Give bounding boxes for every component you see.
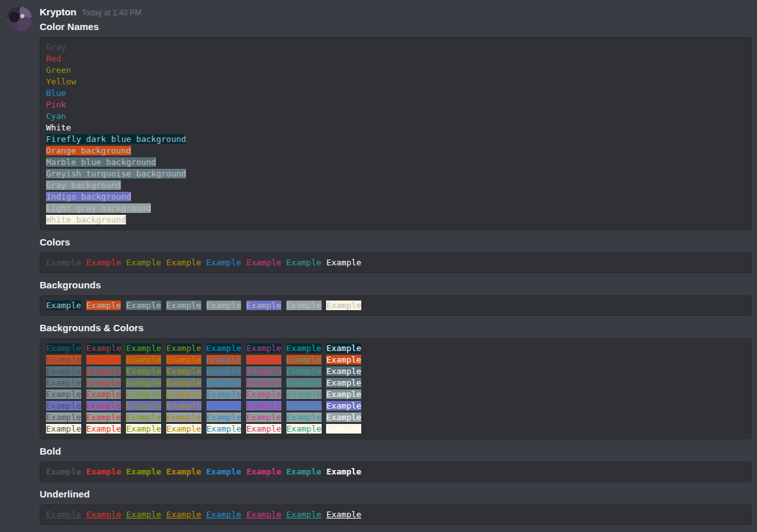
ansi-bg-fg-example: Example <box>166 378 201 387</box>
ansi-bg-fg-example: Example <box>326 378 361 387</box>
ansi-bg-example: Example <box>326 301 361 310</box>
ansi-bg-name: Marble blue background <box>46 157 156 167</box>
heading-colors: Colors <box>40 237 752 248</box>
ansi-bg-fg-example: Example <box>207 366 242 376</box>
ansi-fg-name: Blue <box>46 88 66 98</box>
ansi-bg-name: Light gray background <box>46 203 151 213</box>
ansi-fg-example: Example <box>207 258 242 267</box>
heading-color-names: Color Names <box>40 21 752 33</box>
ansi-bg-fg-example: Example <box>166 401 201 411</box>
ansi-bg-fg-example: Example <box>246 355 281 364</box>
ansi-bg-fg-example: Example <box>46 366 81 376</box>
code-line: Example Example Example Example Example … <box>46 423 745 435</box>
ansi-bg-fg-example: Example <box>166 389 201 399</box>
ansi-bold-example: Example <box>46 467 81 476</box>
ansi-fg-example: Example <box>86 258 121 267</box>
heading-underlined: Underlined <box>40 489 752 500</box>
code-line: Cyan <box>46 111 745 122</box>
ansi-bg-fg-example: Example <box>286 412 322 422</box>
ansi-underline-example: Example <box>126 510 161 519</box>
message-header: KryptonToday at 1:40 PM <box>40 5 752 20</box>
code-line: Example Example Example Example Example … <box>46 400 745 412</box>
code-line: White <box>46 122 745 134</box>
ansi-bg-fg-example: Example <box>326 424 361 434</box>
code-line: Green <box>46 65 745 76</box>
ansi-fg-name: Pink <box>46 100 66 109</box>
code-line: Firefly dark blue background <box>46 134 745 145</box>
ansi-fg-example: Example <box>246 258 281 267</box>
code-line: Greyish turquoise background <box>46 168 745 180</box>
ansi-bg-fg-example: Example <box>326 366 361 376</box>
ansi-bg-example: Example <box>207 301 242 310</box>
codeblock-color-names: GrayRedGreenYellowBluePinkCyanWhiteFiref… <box>40 37 752 230</box>
ansi-bg-name: Firefly dark blue background <box>46 134 186 144</box>
ansi-bg-example: Example <box>86 301 121 310</box>
ansi-fg-name: Gray <box>46 42 66 52</box>
ansi-bg-fg-example: Example <box>207 389 242 399</box>
code-line: Example Example Example Example Example … <box>46 366 745 377</box>
ansi-fg-example: Example <box>286 258 322 267</box>
ansi-bg-fg-example: Example <box>166 412 201 422</box>
ansi-bg-fg-example: Example <box>246 343 281 353</box>
code-line: Example Example Example Example Example … <box>46 343 745 354</box>
ansi-bg-fg-example: Example <box>207 355 242 364</box>
message-author[interactable]: Krypton <box>40 6 77 17</box>
code-line: Example Example Example Example Example … <box>46 466 745 478</box>
ansi-bg-name: Gray background <box>46 180 121 190</box>
ansi-bg-fg-example: Example <box>126 401 161 411</box>
ansi-bg-name: Greyish turquoise background <box>46 169 186 178</box>
ansi-bold-example: Example <box>326 467 361 476</box>
ansi-bg-fg-example: Example <box>326 389 361 399</box>
ansi-bg-fg-example: Example <box>207 378 242 387</box>
ansi-bg-fg-example: Example <box>166 343 201 353</box>
chat-message: KryptonToday at 1:40 PM Color Names Gray… <box>0 0 757 525</box>
ansi-bg-example: Example <box>166 301 201 310</box>
ansi-bg-fg-example: Example <box>166 355 201 364</box>
ansi-bg-fg-example: Example <box>86 343 121 353</box>
ansi-fg-example: Example <box>326 258 361 267</box>
ansi-bg-example: Example <box>246 301 281 310</box>
ansi-fg-name: Green <box>46 65 71 75</box>
ansi-bg-fg-example: Example <box>46 389 81 399</box>
code-line: White background <box>46 214 745 226</box>
ansi-bg-fg-example: Example <box>207 424 242 434</box>
ansi-bg-fg-example: Example <box>286 424 322 434</box>
ansi-bg-fg-example: Example <box>207 343 242 353</box>
ansi-bg-fg-example: Example <box>126 389 161 399</box>
ansi-bg-fg-example: Example <box>166 424 201 434</box>
ansi-bold-example: Example <box>126 467 161 476</box>
ansi-bg-fg-example: Example <box>207 412 242 422</box>
ansi-bg-fg-example: Example <box>86 378 121 387</box>
ansi-bg-name: White background <box>46 215 126 224</box>
ansi-bg-fg-example: Example <box>286 378 322 387</box>
ansi-bg-example: Example <box>286 301 322 310</box>
ansi-bg-fg-example: Example <box>126 412 161 422</box>
ansi-fg-example: Example <box>166 258 201 267</box>
ansi-bg-fg-example: Example <box>246 424 281 434</box>
ansi-bg-fg-example: Example <box>86 424 121 434</box>
ansi-fg-name: Red <box>46 54 61 63</box>
ansi-bg-fg-example: Example <box>246 412 281 422</box>
ansi-bg-fg-example: Example <box>286 389 322 399</box>
code-line: Orange background <box>46 145 745 157</box>
ansi-underline-example: Example <box>166 510 201 519</box>
code-line: Example Example Example Example Example … <box>46 389 745 400</box>
ansi-bold-example: Example <box>86 467 121 476</box>
ansi-bg-fg-example: Example <box>326 355 361 364</box>
code-line: Example Example Example Example Example … <box>46 412 745 423</box>
ansi-fg-name: White <box>46 123 71 132</box>
ansi-bg-fg-example: Example <box>326 412 361 422</box>
code-line: Light gray background <box>46 203 745 214</box>
code-line: Pink <box>46 99 745 111</box>
codeblock-backgrounds-and-colors: Example Example Example Example Example … <box>40 338 752 439</box>
code-line: Example Example Example Example Example … <box>46 300 745 311</box>
user-avatar[interactable] <box>6 6 32 32</box>
ansi-bold-example: Example <box>286 467 322 476</box>
ansi-bg-fg-example: Example <box>286 355 322 364</box>
ansi-bg-fg-example: Example <box>46 343 81 353</box>
ansi-underline-example: Example <box>46 510 81 519</box>
ansi-bg-fg-example: Example <box>166 366 201 376</box>
ansi-bg-fg-example: Example <box>86 355 121 364</box>
codeblock-backgrounds: Example Example Example Example Example … <box>40 295 752 316</box>
ansi-bg-fg-example: Example <box>246 401 281 411</box>
